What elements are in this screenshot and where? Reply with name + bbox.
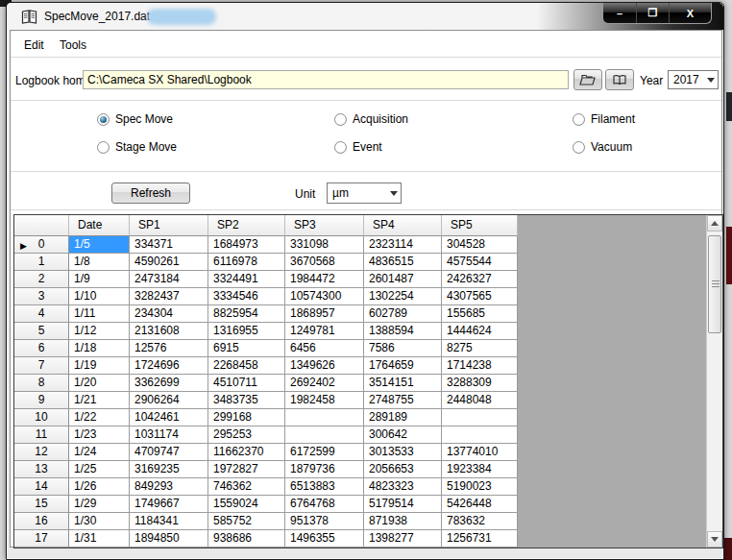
grid-cell[interactable]: 1/22 xyxy=(69,409,130,426)
grid-cell[interactable]: 3483735 xyxy=(208,392,285,409)
grid-cell[interactable]: 3288309 xyxy=(442,375,518,392)
row-header[interactable]: 8 xyxy=(14,375,69,392)
grid-cell[interactable]: 746362 xyxy=(208,478,285,496)
grid-cell[interactable]: 1316955 xyxy=(208,323,285,340)
grid-cell[interactable]: 1/25 xyxy=(69,461,130,478)
grid-cell[interactable]: 2906264 xyxy=(130,392,208,409)
grid-cell[interactable] xyxy=(285,409,364,426)
logbook-path-input[interactable]: C:\Cameca SX Shared\Logbook xyxy=(83,70,569,89)
grid-cell[interactable]: 3282437 xyxy=(130,288,208,305)
grid-cell[interactable]: 4836515 xyxy=(364,254,442,271)
grid-cell[interactable]: 3013533 xyxy=(364,444,442,461)
menu-tools[interactable]: Tools xyxy=(54,36,92,55)
column-header-sp1[interactable]: SP1 xyxy=(130,215,208,236)
row-header[interactable]: 12 xyxy=(14,444,69,461)
grid-cell[interactable]: 1923384 xyxy=(442,461,518,478)
grid-cell[interactable] xyxy=(442,409,518,426)
row-header[interactable]: 5 xyxy=(14,323,69,340)
grid-cell[interactable]: 1256731 xyxy=(442,530,518,548)
grid-cell[interactable]: 1714238 xyxy=(442,357,518,375)
grid-cell[interactable]: 4709747 xyxy=(130,444,208,461)
grid-cell[interactable]: 1249781 xyxy=(285,323,364,340)
radio-event[interactable]: Event xyxy=(334,139,526,155)
grid-cell[interactable]: 1349626 xyxy=(285,357,364,375)
grid-cell[interactable]: 3169235 xyxy=(130,461,208,478)
grid-cell[interactable]: 1302254 xyxy=(364,288,442,305)
row-header[interactable]: 14 xyxy=(14,478,69,496)
grid-cell[interactable]: 1/11 xyxy=(69,305,130,323)
grid-cell[interactable]: 1/8 xyxy=(69,254,130,271)
grid-cell[interactable]: 295253 xyxy=(208,426,285,444)
column-header-date[interactable]: Date xyxy=(69,215,130,236)
grid-cell[interactable]: 155685 xyxy=(442,305,518,323)
row-header[interactable]: 1 xyxy=(14,254,69,271)
grid-cell[interactable]: 4307565 xyxy=(442,288,518,305)
grid-cell[interactable]: 1894850 xyxy=(130,530,208,548)
logbook-button[interactable] xyxy=(605,69,634,90)
grid-cell[interactable]: 2268458 xyxy=(208,357,285,375)
grid-cell[interactable]: 2323114 xyxy=(364,236,442,254)
grid-cell[interactable]: 1749667 xyxy=(130,496,208,513)
column-header-sp4[interactable]: SP4 xyxy=(364,215,442,236)
grid-cell[interactable]: 1/5 xyxy=(69,236,130,254)
row-header[interactable]: 13 xyxy=(14,461,69,478)
grid-cell[interactable]: 1868957 xyxy=(285,305,364,323)
column-header-sp3[interactable]: SP3 xyxy=(285,215,364,236)
title-bar[interactable]: SpecMove_2017.dat – ❐ X xyxy=(7,3,723,30)
grid-cell[interactable]: 4823323 xyxy=(364,478,442,496)
grid-cell[interactable]: 1/31 xyxy=(69,530,130,548)
close-button[interactable]: X xyxy=(669,3,711,23)
grid-cell[interactable]: 3362699 xyxy=(130,375,208,392)
grid-cell[interactable]: 300642 xyxy=(364,426,442,444)
grid-cell[interactable]: 1/18 xyxy=(69,340,130,357)
scrollbar-thumb[interactable] xyxy=(708,235,721,333)
grid-cell[interactable]: 11662370 xyxy=(208,444,285,461)
grid-cell[interactable]: 1184341 xyxy=(130,513,208,530)
row-header[interactable]: 7 xyxy=(14,357,69,375)
row-header[interactable]: ▶0 xyxy=(14,236,69,254)
grid-cell[interactable]: 1879736 xyxy=(285,461,364,478)
grid-cell[interactable]: 5190023 xyxy=(442,478,518,496)
grid-cell[interactable]: 331098 xyxy=(285,236,364,254)
grid-cell[interactable]: 10574300 xyxy=(285,288,364,305)
grid-cell[interactable]: 2426327 xyxy=(442,271,518,288)
grid-cell[interactable]: 4575544 xyxy=(442,254,518,271)
radio-vacuum[interactable]: Vacuum xyxy=(573,139,732,155)
year-select[interactable]: 2017 xyxy=(668,70,719,89)
grid-cell[interactable]: 1042461 xyxy=(130,409,208,426)
grid-cell[interactable]: 2473184 xyxy=(130,271,208,288)
grid-cell[interactable]: 334371 xyxy=(130,236,208,254)
grid-cell[interactable]: 2448048 xyxy=(442,392,518,409)
grid-cell[interactable]: 2748755 xyxy=(364,392,442,409)
grid-cell[interactable]: 2056653 xyxy=(364,461,442,478)
grid-cell[interactable]: 3334546 xyxy=(208,288,285,305)
grid-cell[interactable]: 234304 xyxy=(130,305,208,323)
open-folder-button[interactable] xyxy=(573,69,602,90)
row-header[interactable]: 6 xyxy=(14,340,69,357)
grid-cell[interactable]: 289189 xyxy=(364,409,442,426)
grid-cell[interactable]: 7586 xyxy=(364,340,442,357)
grid-cell[interactable]: 304528 xyxy=(442,236,518,254)
grid-cell[interactable]: 299168 xyxy=(208,409,285,426)
row-header[interactable]: 3 xyxy=(14,288,69,305)
row-header[interactable]: 10 xyxy=(14,409,69,426)
grid-cell[interactable]: 1/29 xyxy=(69,496,130,513)
grid-cell[interactable]: 602789 xyxy=(364,305,442,323)
grid-cell[interactable]: 951378 xyxy=(285,513,364,530)
radio-stage-move[interactable]: Stage Move xyxy=(97,139,289,155)
grid-cell[interactable]: 6915 xyxy=(208,340,285,357)
grid-cell[interactable]: 1031174 xyxy=(130,426,208,444)
grid-cell[interactable]: 1559024 xyxy=(208,496,285,513)
minimize-button[interactable]: – xyxy=(603,3,636,23)
grid-cell[interactable]: 1388594 xyxy=(364,323,442,340)
vertical-scrollbar[interactable] xyxy=(706,215,722,548)
grid-cell[interactable]: 1/26 xyxy=(69,478,130,496)
row-header[interactable]: 16 xyxy=(14,513,69,530)
radio-spec-move[interactable]: Spec Move xyxy=(97,111,289,127)
grid-cell[interactable]: 1/20 xyxy=(69,375,130,392)
grid-cell[interactable]: 4510711 xyxy=(208,375,285,392)
grid-cell[interactable]: 6456 xyxy=(285,340,364,357)
grid-cell[interactable]: 1398277 xyxy=(364,530,442,548)
refresh-button[interactable]: Refresh xyxy=(111,183,190,204)
grid-cell[interactable]: 2601487 xyxy=(364,271,442,288)
